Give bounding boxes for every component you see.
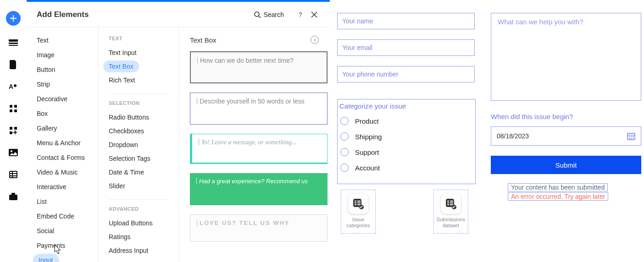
cat-gallery[interactable]: Gallery <box>27 121 98 136</box>
panel-search[interactable]: Search <box>254 11 284 18</box>
svg-rect-15 <box>13 172 17 173</box>
svg-rect-42 <box>450 201 453 202</box>
preview-textbox-3[interactable]: Yo! Leave a message, or something... <box>190 134 328 164</box>
svg-rect-31 <box>633 138 633 139</box>
preview-textbox-5[interactable]: LOVE US? TELL US WHY <box>190 214 328 242</box>
dataset-icon <box>445 198 457 210</box>
svg-rect-30 <box>631 138 632 139</box>
svg-rect-46 <box>450 204 453 205</box>
svg-rect-38 <box>357 204 361 205</box>
close-icon[interactable] <box>309 11 320 18</box>
pages-icon[interactable] <box>7 60 19 70</box>
svg-rect-2 <box>9 45 18 46</box>
cat-list[interactable]: List <box>27 194 98 209</box>
form-category-label: Categorize your issue <box>339 102 406 110</box>
preview-textbox-4[interactable]: Had a great experience? Recommend us <box>190 173 328 205</box>
element-preview-area: Text Box i How can we do better next tim… <box>179 27 330 262</box>
sub-text-input[interactable]: Text Input <box>99 46 178 60</box>
data-icon[interactable] <box>7 169 19 180</box>
left-icon-rail: A <box>0 0 27 262</box>
preview-title: Text Box <box>190 36 311 44</box>
preview-textbox-2[interactable]: Describe yourself in 50 words or less <box>190 93 328 125</box>
svg-rect-10 <box>10 131 12 134</box>
cat-box[interactable]: Box <box>27 106 98 121</box>
form-submit-button[interactable]: Submit <box>491 156 641 174</box>
svg-rect-33 <box>355 201 356 202</box>
svg-rect-35 <box>355 202 356 203</box>
dataset-label-2: Submissions dataset <box>434 217 468 229</box>
help-icon[interactable]: ? <box>295 11 306 18</box>
dataset-issue-categories[interactable]: Issue categories <box>341 190 376 234</box>
preview-textbox-1[interactable]: How can we do better next time? <box>190 51 328 83</box>
svg-rect-44 <box>450 202 453 203</box>
form-category-group[interactable]: Categorize your issue Product Shipping S… <box>337 99 476 184</box>
sub-radio-buttons[interactable]: Radio Buttons <box>99 110 178 124</box>
svg-rect-26 <box>629 136 630 137</box>
svg-point-12 <box>11 150 12 152</box>
cat-strip[interactable]: Strip <box>27 77 98 92</box>
cat-decorative[interactable]: Decorative <box>27 92 98 106</box>
cat-menu-anchor[interactable]: Menu & Anchor <box>27 136 98 150</box>
svg-rect-41 <box>447 201 449 202</box>
add-elements-panel: Add Elements Search ? Text Image Button … <box>27 2 330 262</box>
sub-date-time[interactable]: Date & Time <box>99 165 178 179</box>
radio-account[interactable]: Account <box>340 164 382 172</box>
sub-slider[interactable]: Slider <box>99 179 178 193</box>
cat-text[interactable]: Text <box>27 33 98 48</box>
svg-rect-14 <box>10 172 12 173</box>
radio-product[interactable]: Product <box>340 117 382 125</box>
form-name-input[interactable]: Your name <box>337 13 475 29</box>
cat-input[interactable]: Input <box>33 254 59 262</box>
dataset-submissions[interactable]: Submissions dataset <box>433 190 468 234</box>
svg-rect-6 <box>10 109 12 112</box>
sub-header-advanced: ADVANCED <box>99 206 178 216</box>
business-icon[interactable] <box>7 191 19 202</box>
cat-embed-code[interactable]: Embed Code <box>27 209 98 224</box>
add-button[interactable] <box>6 11 21 26</box>
svg-rect-19 <box>13 176 17 177</box>
form-date-input[interactable]: 08/18/2023 <box>491 126 641 146</box>
cat-image[interactable]: Image <box>27 48 98 62</box>
form-email-input[interactable]: Your email <box>337 39 475 56</box>
sections-icon[interactable] <box>7 38 19 48</box>
svg-line-23 <box>259 16 261 18</box>
sub-text-box[interactable]: Text Box <box>99 60 178 73</box>
svg-rect-0 <box>9 39 18 42</box>
cat-button[interactable]: Button <box>27 62 98 77</box>
element-category-list: Text Image Button Strip Decorative Box G… <box>27 27 99 262</box>
cat-social[interactable]: Social <box>27 224 98 238</box>
cat-interactive[interactable]: Interactive <box>27 180 98 194</box>
panel-header: Add Elements Search ? <box>27 2 330 27</box>
sub-ratings[interactable]: Ratings <box>99 230 178 244</box>
element-subcategory-list: TEXT Text Input Text Box Rich Text SELEC… <box>99 27 179 262</box>
sub-address-input[interactable]: Address Input <box>99 244 178 257</box>
dataset-label-1: Issue categories <box>341 217 375 229</box>
svg-rect-28 <box>633 136 633 137</box>
radio-support[interactable]: Support <box>340 148 382 156</box>
form-message-textbox[interactable]: What can we help you with? <box>491 13 641 101</box>
svg-rect-7 <box>14 109 17 112</box>
addons-icon[interactable] <box>7 126 19 136</box>
search-icon <box>254 11 261 18</box>
form-phone-input[interactable]: Your phone number <box>337 66 475 82</box>
form-success-message: Your content has been submitted <box>508 183 608 191</box>
sub-checkboxes[interactable]: Checkboxes <box>99 124 178 138</box>
cat-video-music[interactable]: Video & Music <box>27 165 98 180</box>
apps-icon[interactable] <box>7 104 19 114</box>
svg-rect-21 <box>11 193 15 195</box>
media-icon[interactable] <box>7 147 19 158</box>
svg-rect-8 <box>10 127 12 130</box>
sub-dropdown[interactable]: Dropdown <box>99 138 178 152</box>
sub-upload-buttons[interactable]: Upload Buttons <box>99 216 178 230</box>
info-icon[interactable]: i <box>311 36 319 44</box>
svg-rect-4 <box>10 105 12 108</box>
sub-header-text: TEXT <box>99 36 178 46</box>
design-icon[interactable]: A <box>7 82 19 92</box>
form-error-message: An error occurred. Try again later <box>508 192 608 201</box>
cat-payments[interactable]: Payments <box>27 238 98 253</box>
sub-selection-tags[interactable]: Selection Tags <box>99 152 178 165</box>
cat-contact-forms[interactable]: Contact & Forms <box>27 150 98 165</box>
radio-shipping[interactable]: Shipping <box>340 132 382 141</box>
sub-header-selection: SELECTION <box>99 100 178 110</box>
sub-rich-text[interactable]: Rich Text <box>99 73 178 87</box>
